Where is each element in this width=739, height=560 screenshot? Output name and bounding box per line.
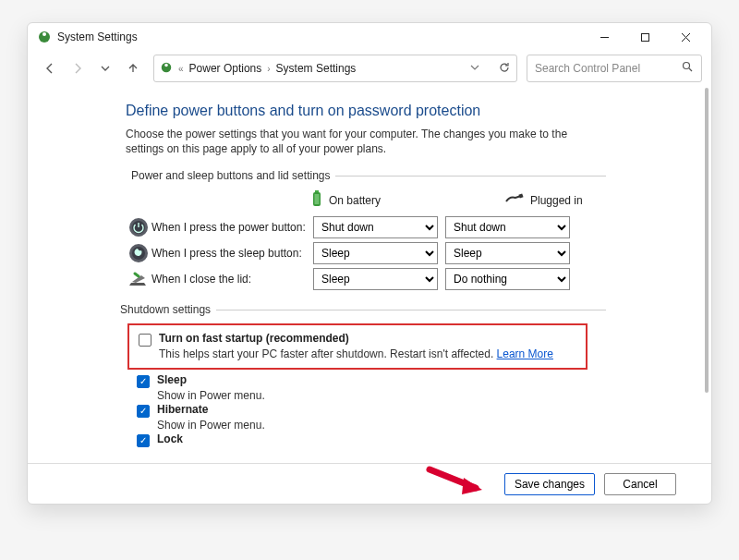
hibernate-opt-label: Hibernate (157, 403, 208, 416)
close-button[interactable] (665, 23, 706, 51)
lid-battery-select[interactable]: Sleep (313, 268, 438, 290)
titlebar: System Settings (28, 23, 711, 51)
page-heading: Define power buttons and turn on passwor… (126, 103, 685, 119)
power-battery-select[interactable]: Shut down (313, 216, 438, 238)
row-power-label: When I press the power button: (151, 221, 313, 234)
row-sleep-button: When I press the sleep button: Sleep Sle… (126, 242, 685, 264)
sleep-checkbox[interactable] (137, 375, 150, 388)
section-power-sleep: Power and sleep buttons and lid settings (126, 169, 606, 182)
svg-rect-13 (518, 194, 523, 199)
address-bar[interactable]: « Power Options › System Settings (153, 55, 517, 82)
lock-opt-label: Lock (157, 432, 183, 445)
nav-back-button[interactable] (37, 55, 63, 81)
sleep-button-icon (126, 243, 151, 263)
sleep-battery-select[interactable]: Sleep (313, 242, 438, 264)
svg-rect-10 (315, 190, 319, 192)
search-placeholder: Search Control Panel (535, 62, 640, 75)
cancel-button[interactable]: Cancel (604, 473, 676, 495)
row-lid-label: When I close the lid: (151, 273, 313, 286)
app-icon (160, 61, 173, 77)
footer-bar: Save changes Cancel (28, 463, 711, 504)
svg-point-8 (684, 63, 690, 69)
svg-point-1 (42, 32, 46, 36)
content-area: Define power buttons and turn on passwor… (28, 86, 711, 463)
power-plugged-select[interactable]: Shut down (445, 216, 570, 238)
fast-startup-label: Turn on fast startup (recommended) (159, 332, 349, 345)
refresh-button[interactable] (498, 61, 511, 77)
minimize-button[interactable] (584, 23, 624, 51)
row-sleep-label: When I press the sleep button: (151, 247, 313, 260)
page-subtext: Choose the power settings that you want … (126, 127, 606, 156)
breadcrumb-prefix-icon: « (178, 64, 184, 74)
nav-row: « Power Options › System Settings Search… (28, 51, 711, 86)
battery-icon (310, 189, 323, 211)
nav-forward-button[interactable] (65, 55, 91, 81)
breadcrumb-power-options[interactable]: Power Options (189, 62, 262, 75)
sleep-plugged-select[interactable]: Sleep (445, 242, 570, 264)
section-shutdown: Shutdown settings (126, 303, 606, 316)
col-plugged-label: Plugged in (530, 194, 583, 207)
highlight-box: Turn on fast startup (recommended) This … (127, 323, 588, 370)
section-label: Power and sleep buttons and lid settings (131, 169, 330, 182)
lock-checkbox[interactable] (137, 434, 150, 447)
scrollbar-thumb[interactable] (705, 88, 709, 393)
sleep-opt-desc: Show in Power menu. (157, 389, 685, 402)
hibernate-opt-desc: Show in Power menu. (157, 419, 685, 432)
svg-rect-12 (315, 194, 320, 204)
svg-point-7 (164, 63, 168, 67)
nav-up-button[interactable] (120, 55, 146, 81)
plug-icon (504, 192, 525, 208)
window-frame: System Settings « Power O (27, 22, 712, 505)
window-title: System Settings (57, 30, 138, 43)
search-input[interactable]: Search Control Panel (527, 55, 702, 82)
svg-rect-3 (641, 33, 648, 41)
app-icon (37, 30, 52, 44)
search-icon (682, 61, 694, 76)
chevron-right-icon: › (267, 64, 270, 74)
row-power-button: When I press the power button: Shut down… (126, 216, 685, 238)
shutdown-section-label: Shutdown settings (120, 303, 211, 316)
nav-recent-dropdown[interactable] (92, 55, 118, 81)
sleep-opt-label: Sleep (157, 373, 187, 386)
fast-startup-checkbox[interactable] (139, 334, 151, 347)
maximize-button[interactable] (624, 23, 665, 51)
svg-line-9 (689, 68, 692, 71)
power-button-icon (126, 217, 151, 237)
breadcrumb-system-settings[interactable]: System Settings (276, 62, 357, 75)
learn-more-link[interactable]: Learn More (497, 347, 553, 360)
column-headers: On battery Plugged in (310, 189, 685, 211)
save-button[interactable]: Save changes (504, 473, 595, 495)
laptop-lid-icon (126, 270, 151, 288)
address-dropdown-icon[interactable] (461, 62, 489, 75)
col-battery-label: On battery (329, 194, 381, 207)
lid-plugged-select[interactable]: Do nothing (445, 268, 570, 290)
hibernate-checkbox[interactable] (137, 405, 150, 418)
annotation-arrow-icon (425, 465, 490, 498)
fast-startup-desc: This helps start your PC faster after sh… (159, 347, 576, 360)
row-close-lid: When I close the lid: Sleep Do nothing (126, 268, 685, 290)
